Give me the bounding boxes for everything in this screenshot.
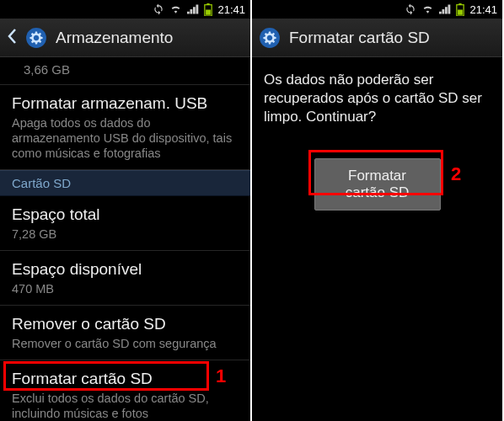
format-usb-sub: Apaga todos os dados do armazenamento US…: [12, 115, 239, 161]
clock-time: 21:41: [469, 3, 497, 16]
storage-used-value: 3,66 GB: [24, 62, 239, 77]
total-space-row[interactable]: Espaço total 7,28 GB: [0, 196, 250, 251]
svg-rect-2: [206, 9, 212, 14]
avail-space-title: Espaço disponível: [12, 259, 239, 280]
callout-1: 1: [216, 365, 226, 387]
confirm-message: Os dados não poderão ser recuperados apó…: [252, 57, 502, 140]
format-sd-button[interactable]: Formatar cartão SD: [314, 158, 441, 210]
battery-icon: [456, 3, 464, 16]
avail-space-value: 470 MB: [12, 281, 239, 296]
remove-sd-row[interactable]: Remover o cartão SD Remover o cartão SD …: [0, 306, 250, 360]
sync-icon: [153, 3, 164, 15]
signal-icon: [439, 4, 451, 14]
sync-icon: [405, 3, 416, 15]
total-space-title: Espaço total: [12, 205, 239, 225]
settings-list: 3,66 GB Formatar armazenam. USB Apaga to…: [0, 57, 250, 421]
phone-left: 21:41 Armazenamento 3,66 GB Formatar arm…: [0, 0, 250, 421]
remove-sd-title: Remover o cartão SD: [12, 314, 239, 334]
remove-sd-sub: Remover o cartão SD com segurança: [12, 336, 239, 351]
format-sd-title: Formatar cartão SD: [12, 369, 239, 389]
callout-2: 2: [451, 163, 461, 185]
status-bar: 21:41: [252, 0, 502, 19]
total-space-value: 7,28 GB: [12, 226, 239, 242]
clock-time: 21:41: [217, 3, 245, 16]
header-bar: Formatar cartão SD: [252, 19, 502, 57]
sd-section-header: Cartão SD: [0, 170, 250, 196]
page-title: Armazenamento: [56, 29, 173, 47]
storage-used-row[interactable]: 3,66 GB: [0, 57, 250, 85]
status-bar: 21:41: [0, 0, 250, 19]
format-usb-row[interactable]: Formatar armazenam. USB Apaga todos os d…: [0, 85, 250, 170]
settings-gear-icon: [259, 27, 281, 49]
format-usb-title: Formatar armazenam. USB: [12, 93, 239, 114]
svg-rect-6: [458, 9, 464, 14]
svg-point-7: [260, 28, 280, 48]
svg-point-3: [26, 28, 46, 48]
format-sd-row[interactable]: Formatar cartão SD Exclui todos os dados…: [0, 360, 250, 421]
signal-icon: [187, 4, 199, 14]
back-icon[interactable]: [7, 28, 17, 48]
wifi-icon: [421, 4, 434, 14]
settings-gear-icon: [25, 27, 47, 49]
wifi-icon: [169, 4, 182, 14]
battery-icon: [204, 3, 212, 16]
page-title: Formatar cartão SD: [289, 29, 430, 47]
dialog-content: Os dados não poderão ser recuperados apó…: [252, 57, 502, 421]
phone-right: 21:41 Formatar cartão SD Os dados não po…: [252, 0, 502, 421]
header-bar: Armazenamento: [0, 19, 250, 57]
format-sd-sub: Exclui todos os dados do cartão SD, incl…: [12, 391, 239, 421]
avail-space-row[interactable]: Espaço disponível 470 MB: [0, 251, 250, 306]
